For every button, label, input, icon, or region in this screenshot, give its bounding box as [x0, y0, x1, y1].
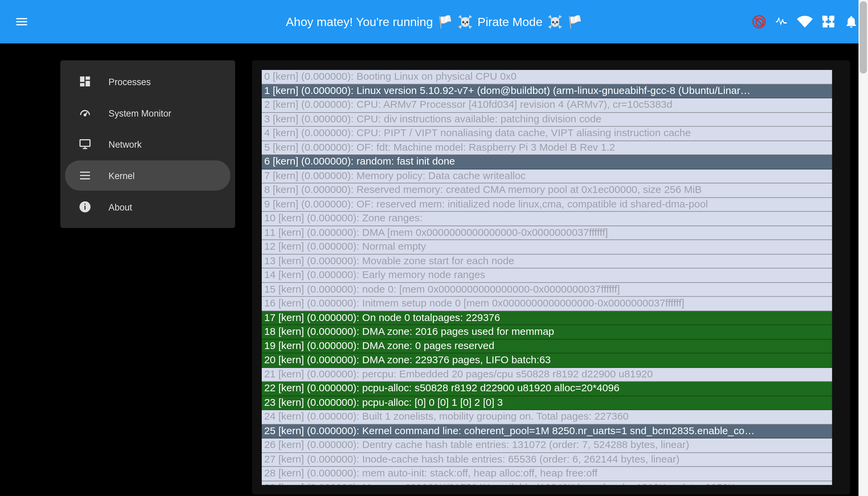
log-row[interactable]: 29 [kern] (0.000000): Memory: 629020K/91… — [262, 481, 832, 485]
kernel-log-scroll[interactable]: 0 [kern] (0.000000): Booting Linux on ph… — [262, 70, 841, 485]
hamburger-icon — [15, 15, 29, 29]
title-text-mid: Pirate Mode — [477, 15, 543, 29]
log-row[interactable]: 6 [kern] (0.000000): random: fast init d… — [262, 155, 832, 169]
list-icon — [78, 169, 92, 182]
log-row[interactable]: 10 [kern] (0.000000): Zone ranges: — [262, 212, 832, 226]
sidebar-item-label: System Monitor — [108, 108, 171, 118]
info-icon — [78, 200, 92, 214]
app-title: Ahoy matey! You're running 🏳️ ☠️ Pirate … — [286, 15, 582, 29]
speedometer-icon — [78, 106, 92, 119]
log-row[interactable]: 12 [kern] (0.000000): Normal empty — [262, 240, 832, 254]
log-row[interactable]: 9 [kern] (0.000000): OF: reserved mem: i… — [262, 198, 832, 212]
log-row[interactable]: 15 [kern] (0.000000): node 0: [mem 0x000… — [262, 282, 832, 297]
log-row[interactable]: 13 [kern] (0.000000): Movable zone start… — [262, 254, 832, 268]
flag-icon: 🏳️ — [438, 15, 453, 29]
log-row[interactable]: 5 [kern] (0.000000): OF: fdt: Machine mo… — [262, 141, 832, 155]
svg-rect-5 — [832, 19, 833, 23]
log-row[interactable]: 25 [kern] (0.000000): Kernel command lin… — [262, 424, 832, 438]
title-text-before: Ahoy matey! You're running — [286, 15, 433, 29]
log-row[interactable]: 2 [kern] (0.000000): CPU: ARMv7 Processo… — [262, 98, 832, 112]
skull-icon: ☠️ — [458, 15, 473, 29]
log-row[interactable]: 11 [kern] (0.000000): DMA [mem 0x0000000… — [262, 226, 832, 240]
log-row[interactable]: 17 [kern] (0.000000): On node 0 totalpag… — [262, 311, 832, 325]
svg-rect-8 — [80, 140, 90, 146]
log-row[interactable]: 18 [kern] (0.000000): DMA zone: 2016 pag… — [262, 325, 832, 339]
log-row[interactable]: 24 [kern] (0.000000): Built 1 zonelists,… — [262, 410, 832, 424]
sidebar-item-processes[interactable]: Processes — [65, 66, 230, 96]
page-scrollbar-thumb[interactable] — [859, 1, 867, 74]
log-row[interactable]: 26 [kern] (0.000000): Dentry cache hash … — [262, 438, 832, 453]
skull-icon: ☠️ — [548, 15, 563, 29]
log-row[interactable]: 21 [kern] (0.000000): percpu: Embedded 2… — [262, 368, 832, 382]
status-icon-group — [753, 14, 858, 29]
network-devices-icon[interactable] — [821, 15, 836, 29]
monitor-icon — [78, 138, 92, 151]
svg-rect-12 — [84, 206, 85, 210]
sidebar-item-label: Kernel — [108, 170, 135, 181]
log-row[interactable]: 4 [kern] (0.000000): CPU: PIPT / VIPT no… — [262, 127, 832, 141]
sidebar-item-label: Network — [108, 139, 142, 149]
log-row[interactable]: 23 [kern] (0.000000): pcpu-alloc: [0] 0 … — [262, 396, 832, 410]
app-toolbar: Ahoy matey! You're running 🏳️ ☠️ Pirate … — [0, 0, 868, 44]
sidebar-item-about[interactable]: About — [65, 192, 230, 222]
log-row[interactable]: 1 [kern] (0.000000): Linux version 5.10.… — [262, 84, 832, 98]
svg-rect-0 — [822, 16, 826, 19]
sidebar-nav: Processes System Monitor Network Kernel … — [61, 61, 235, 228]
log-row[interactable]: 0 [kern] (0.000000): Booting Linux on ph… — [262, 70, 832, 84]
sidebar-item-label: Processes — [108, 76, 151, 87]
bell-icon[interactable] — [844, 15, 858, 29]
wifi-icon[interactable] — [797, 14, 812, 29]
log-row[interactable]: 19 [kern] (0.000000): DMA zone: 0 pages … — [262, 339, 832, 353]
log-row[interactable]: 20 [kern] (0.000000): DMA zone: 229376 p… — [262, 353, 832, 368]
svg-rect-4 — [824, 24, 831, 25]
log-row[interactable]: 3 [kern] (0.000000): CPU: div instructio… — [262, 112, 832, 127]
log-row[interactable]: 28 [kern] (0.000000): mem auto-init: sta… — [262, 467, 832, 481]
main-content: Processes System Monitor Network Kernel … — [0, 44, 868, 496]
log-row[interactable]: 14 [kern] (0.000000): Early memory node … — [262, 268, 832, 282]
log-row[interactable]: 7 [kern] (0.000000): Memory policy: Data… — [262, 169, 832, 184]
sidebar-item-kernel[interactable]: Kernel — [65, 160, 230, 190]
kernel-log-panel: 0 [kern] (0.000000): Booting Linux on ph… — [252, 61, 850, 495]
log-row[interactable]: 22 [kern] (0.000000): pcpu-alloc: s50828… — [262, 382, 832, 396]
flag-icon: 🏳️ — [567, 15, 583, 29]
sidebar-item-label: About — [108, 202, 132, 212]
log-row[interactable]: 16 [kern] (0.000000): Initmem setup node… — [262, 297, 832, 311]
dashboard-icon — [78, 75, 92, 88]
svg-rect-13 — [84, 203, 85, 204]
sidebar-item-network[interactable]: Network — [65, 129, 230, 159]
log-row[interactable]: 27 [kern] (0.000000): Inode-cache hash t… — [262, 453, 832, 467]
page-scrollbar[interactable] — [858, 0, 868, 496]
disabled-icon[interactable] — [753, 15, 766, 28]
svg-rect-1 — [830, 16, 834, 19]
menu-button[interactable] — [10, 10, 34, 34]
log-row[interactable]: 8 [kern] (0.000000): Reserved memory: cr… — [262, 184, 832, 198]
sidebar-item-system-monitor[interactable]: System Monitor — [65, 98, 230, 128]
heartbeat-icon[interactable] — [774, 15, 789, 29]
